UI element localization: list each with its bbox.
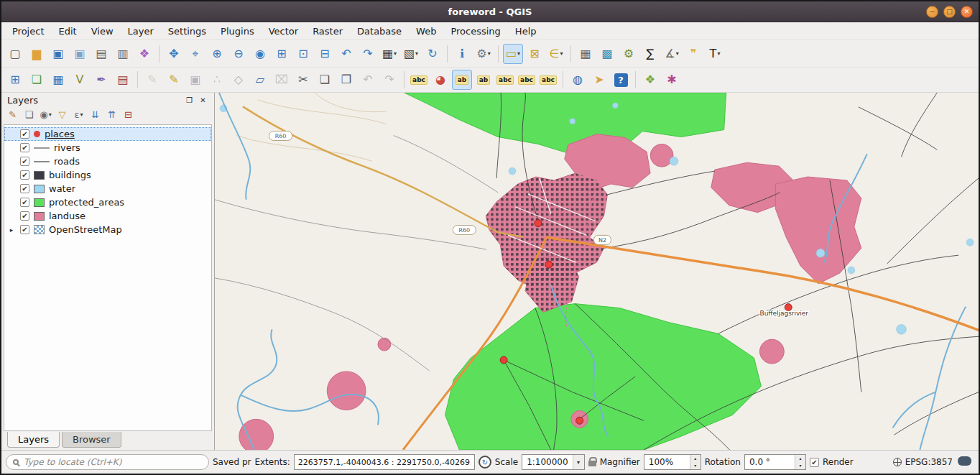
layer-item-places[interactable]: ✔places — [4, 127, 211, 141]
layer-labeling-button[interactable]: abc — [409, 70, 429, 90]
zoom-native-button[interactable]: ◉ — [250, 44, 270, 64]
lock-icon[interactable] — [588, 461, 596, 466]
plugin-tool-2-button[interactable]: ✱ — [662, 70, 682, 90]
modify-attributes-button[interactable]: ▱ — [250, 70, 270, 90]
spin-up-icon[interactable]: ▴ — [795, 455, 805, 462]
menu-processing[interactable]: Processing — [444, 24, 507, 38]
layer-checkbox[interactable]: ✔ — [20, 211, 29, 221]
dropdown-arrow-icon[interactable]: ▾ — [415, 50, 418, 57]
zoom-to-selection-button[interactable]: ⊡ — [293, 44, 313, 64]
cut-features-button[interactable]: ✂ — [293, 70, 313, 90]
dropdown-arrow-icon[interactable]: ▾ — [49, 111, 52, 118]
menu-database[interactable]: Database — [351, 24, 408, 38]
pan-to-selection-button[interactable]: ⌖ — [185, 44, 205, 64]
panel-close-icon[interactable]: ✕ — [198, 95, 208, 106]
titlebar[interactable]: foreword - QGIS − □ ✕ — [1, 1, 979, 22]
menu-plugins[interactable]: Plugins — [214, 24, 261, 38]
layer-checkbox[interactable]: ✔ — [20, 129, 29, 139]
dropdown-arrow-icon[interactable]: ▾ — [394, 50, 397, 57]
dropdown-arrow-icon[interactable]: ▾ — [717, 50, 720, 57]
panel-tab-browser[interactable]: Browser — [62, 432, 121, 448]
layer-checkbox[interactable]: ✔ — [20, 225, 29, 234]
paste-features-button[interactable]: ❐ — [336, 70, 356, 90]
layer-checkbox[interactable]: ✔ — [20, 157, 29, 166]
magnifier-spin-buttons[interactable]: ▴ ▾ — [690, 455, 701, 469]
expander-icon[interactable]: ▸ — [7, 226, 16, 234]
osm-place-search-button[interactable]: ◍ — [568, 70, 588, 90]
layer-item-protected_areas[interactable]: ✔protected_areas — [4, 195, 211, 209]
scale-combo[interactable]: 1:100000 ▾ — [522, 454, 585, 470]
project-open-button[interactable]: ▆ — [27, 44, 47, 64]
layer-item-openstreetmap[interactable]: ▸✔OpenStreetMap — [4, 223, 211, 236]
project-save-button[interactable]: ▣ — [48, 44, 68, 64]
chevron-down-icon[interactable]: ▾ — [573, 455, 584, 469]
layer-item-landuse[interactable]: ✔landuse — [4, 209, 211, 223]
select-by-expression-button[interactable]: ∈▾ — [546, 44, 566, 64]
new-geopackage-layer-button[interactable]: ✒ — [91, 70, 111, 90]
rotation-spin-buttons[interactable]: ▴ ▾ — [795, 455, 805, 469]
select-features-button[interactable]: ▭▾ — [503, 44, 523, 64]
zoom-out-button[interactable]: ⊖ — [228, 44, 249, 64]
statistical-summary-button[interactable]: ∑ — [640, 44, 660, 64]
new-shapefile-layer-button[interactable]: V — [70, 70, 90, 90]
menu-project[interactable]: Project — [6, 24, 50, 38]
dropdown-arrow-icon[interactable]: ▾ — [488, 50, 491, 57]
messages-icon[interactable] — [958, 456, 971, 466]
layer-checkbox[interactable]: ✔ — [20, 170, 29, 180]
open-attribute-table-button[interactable]: ▦ — [575, 44, 596, 64]
layer-item-water[interactable]: ✔water — [4, 182, 211, 195]
minimize-button[interactable]: − — [926, 6, 938, 18]
new-map-view-button[interactable]: ▦▾ — [379, 44, 399, 64]
rotation-spinbox[interactable]: 0.0 ° ▴ ▾ — [744, 454, 806, 470]
menu-view[interactable]: View — [85, 24, 120, 38]
dropdown-arrow-icon[interactable]: ▾ — [560, 50, 563, 57]
extents-input[interactable] — [294, 454, 475, 470]
refresh-extents-icon[interactable]: ↻ — [479, 456, 491, 469]
project-new-button[interactable]: ▢ — [5, 44, 25, 64]
add-group-button[interactable]: ❏ — [22, 107, 37, 122]
expand-all-button[interactable]: ⇊ — [88, 107, 103, 122]
menu-edit[interactable]: Edit — [52, 24, 83, 38]
remove-layer-button[interactable]: ⊟ — [121, 107, 136, 122]
copy-features-button[interactable]: ❏ — [315, 70, 335, 90]
open-data-source-manager-button[interactable]: ⊞ — [5, 70, 25, 90]
open-layer-styling-button[interactable]: ✎ — [5, 107, 20, 122]
dropdown-arrow-icon[interactable]: ▾ — [676, 50, 679, 57]
project-save-as-button[interactable]: ▣ — [70, 44, 90, 64]
layer-diagrams-button[interactable]: ◕ — [430, 70, 450, 90]
zoom-full-button[interactable]: ⊞ — [272, 44, 292, 64]
layer-item-buildings[interactable]: ✔buildings — [4, 168, 211, 182]
refresh-map-button[interactable]: ↻ — [422, 44, 443, 64]
measure-line-button[interactable]: ∡▾ — [662, 44, 682, 64]
magnifier-spinbox[interactable]: 100% ▴ ▾ — [644, 454, 701, 470]
move-label-button[interactable]: abc — [495, 70, 515, 90]
menu-vector[interactable]: Vector — [262, 24, 305, 38]
zoom-next-button[interactable]: ↷ — [358, 44, 378, 64]
zoom-last-button[interactable]: ↶ — [336, 44, 356, 64]
metasearch-button[interactable]: ➤ — [589, 70, 609, 90]
zoom-in-button[interactable]: ⊕ — [207, 44, 227, 64]
panel-float-icon[interactable]: ❐ — [184, 95, 195, 106]
filter-by-expression-button[interactable]: ε▾ — [71, 107, 86, 122]
pan-map-button[interactable]: ✥ — [164, 44, 184, 64]
plugin-tool-1-button[interactable]: ❖ — [640, 70, 660, 90]
crs-indicator[interactable]: EPSG:3857 — [893, 457, 953, 467]
dropdown-arrow-icon[interactable]: ▾ — [517, 50, 520, 57]
spin-down-icon[interactable]: ▾ — [795, 462, 805, 469]
menu-web[interactable]: Web — [410, 24, 443, 38]
processing-options-button[interactable]: ⚙ — [619, 44, 639, 64]
new-print-layout-button[interactable]: ▤ — [91, 44, 111, 64]
layer-item-roads[interactable]: ✔roads — [4, 155, 211, 168]
add-raster-layer-button[interactable]: ▦ — [48, 70, 68, 90]
layer-checkbox[interactable]: ✔ — [20, 143, 29, 152]
pin-labels-button[interactable]: ab — [452, 70, 472, 90]
menu-help[interactable]: Help — [509, 24, 543, 38]
collapse-all-button[interactable]: ⇈ — [104, 107, 119, 122]
panel-tab-layers[interactable]: Layers — [7, 432, 60, 448]
maximize-button[interactable]: □ — [943, 6, 956, 18]
new-3d-map-view-button[interactable]: ▧▾ — [401, 44, 421, 64]
layer-checkbox[interactable]: ✔ — [20, 184, 29, 193]
spin-down-icon[interactable]: ▾ — [690, 462, 701, 469]
map-canvas[interactable]: R60 R60 N2 Buffeljagsrivier — [215, 93, 979, 450]
menu-raster[interactable]: Raster — [306, 24, 349, 38]
